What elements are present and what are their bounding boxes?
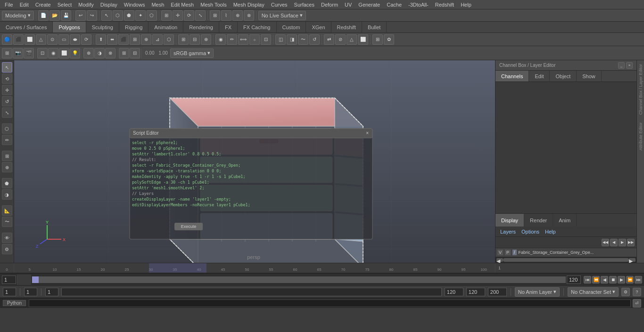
menu-select[interactable]: Select	[55, 1, 75, 8]
sphere-icon-btn[interactable]: 🔵	[2, 34, 12, 45]
scroll-thumb[interactable]	[503, 258, 629, 262]
gamma-dropdown[interactable]: sRGB gamma ▾	[170, 49, 214, 58]
triangulate-btn[interactable]: △	[347, 34, 357, 45]
tab-bullet[interactable]: Bullet	[362, 22, 387, 32]
timeline-input-field[interactable]	[61, 288, 442, 296]
tab-show[interactable]: Show	[577, 71, 602, 81]
tab-xgen[interactable]: XGen	[306, 22, 331, 32]
quadrangulate-btn[interactable]: ⬜	[358, 34, 368, 45]
menu-uv[interactable]: UV	[342, 1, 355, 8]
scale-btn[interactable]: ⤡	[195, 10, 206, 21]
field-1[interactable]: 1	[3, 288, 16, 296]
field-end[interactable]: 120	[445, 288, 463, 296]
move-tool-btn[interactable]: ✛	[2, 85, 12, 95]
sub-link-help[interactable]: Help	[543, 229, 558, 235]
show-manip-btn[interactable]: ⬟	[2, 178, 12, 188]
right-scrollbar[interactable]: ◀ ▶	[495, 257, 636, 263]
scale-tool-btn[interactable]: ⤡	[2, 107, 12, 118]
field-fps[interactable]: 200	[488, 288, 507, 296]
menu-modify[interactable]: Modify	[75, 1, 96, 8]
end-frame-field[interactable]: 120	[567, 275, 581, 284]
snap-btn[interactable]: ✦	[135, 10, 146, 21]
menu-display[interactable]: Display	[98, 1, 120, 8]
transform-btn[interactable]: ⊞	[161, 10, 172, 21]
tab-rendering[interactable]: Rendering	[183, 22, 219, 32]
transfer-btn[interactable]: ⇄	[324, 34, 334, 45]
duplicate-btn[interactable]: ⬡	[164, 34, 174, 45]
tab-render[interactable]: Render	[524, 214, 553, 227]
cone-icon-btn[interactable]: △	[36, 34, 46, 45]
rotate-tool-btn[interactable]: ↺	[2, 96, 12, 106]
tab-rigging[interactable]: Rigging	[119, 22, 149, 32]
soft-sel-btn[interactable]: ⊕	[2, 162, 12, 172]
python-mode-btn[interactable]: Python	[3, 300, 26, 306]
select-tool-btn[interactable]: ↖	[2, 62, 12, 73]
menu-cache[interactable]: Cache	[384, 1, 405, 8]
settings-btn-bottom[interactable]: ⚙	[621, 288, 630, 296]
char-set-dropdown[interactable]: No Character Set ▾	[568, 287, 619, 297]
cube-icon-btn[interactable]: ⬛	[13, 34, 24, 45]
field-3[interactable]: 1	[45, 288, 58, 296]
snap-surface-btn[interactable]: ⊗	[244, 10, 254, 21]
plane-icon-btn[interactable]: ▭	[58, 34, 69, 45]
boolean-btn[interactable]: ⊕	[201, 34, 211, 45]
menu-file[interactable]: File	[2, 1, 16, 8]
playback-range[interactable]	[32, 276, 566, 283]
menu-edit-mesh[interactable]: Edit Mesh	[168, 1, 197, 8]
bridge-btn[interactable]: ⬌	[107, 34, 117, 45]
live-surface-dropdown[interactable]: No Live Surface ▾	[258, 11, 306, 20]
sculpt-btn[interactable]: ✏	[227, 34, 237, 45]
menu-generate[interactable]: Generate	[355, 1, 383, 8]
anim-layer-dropdown[interactable]: No Anim Layer ▾	[515, 287, 560, 297]
layer-arrow-left-btn[interactable]: ◀◀	[602, 239, 609, 246]
cylinder-icon-btn[interactable]: ⬜	[25, 34, 35, 45]
help-btn-bottom[interactable]: ?	[633, 288, 641, 296]
paint-verts-btn[interactable]: ✿	[384, 34, 394, 45]
crease-tool-btn[interactable]: 〜	[2, 217, 12, 227]
mirror-btn[interactable]: ⟺	[238, 34, 248, 45]
play-back-btn[interactable]: ◀	[601, 276, 608, 283]
sub-link-options[interactable]: Options	[520, 229, 541, 235]
panel-close-btn[interactable]: ×	[626, 62, 633, 69]
snap-curve-btn[interactable]: ⌇	[221, 10, 231, 21]
menu-edit[interactable]: Edit	[17, 1, 32, 8]
menu-curves[interactable]: Curves	[268, 1, 290, 8]
view-toggle-btn[interactable]: ⊞	[2, 48, 12, 58]
lasso-tool-btn[interactable]: ⬡	[2, 123, 12, 134]
snap-point-btn[interactable]: ⊕	[232, 10, 243, 21]
hide-btn[interactable]: 👁	[2, 233, 12, 243]
cam2-btn[interactable]: 🎬	[24, 48, 34, 58]
undo-btn[interactable]: ↩	[75, 10, 86, 21]
shaded-btn[interactable]: ◉	[48, 48, 58, 58]
layer-arrow-right-btn[interactable]: ▶	[619, 239, 626, 246]
prev-frame-btn[interactable]: ⏪	[592, 276, 600, 283]
tab-custom[interactable]: Custom	[277, 22, 306, 32]
python-enter-btn[interactable]: ⏎	[633, 299, 641, 308]
torus-icon-btn[interactable]: ⊙	[47, 34, 58, 45]
wireframe-btn[interactable]: ⊡	[37, 48, 48, 58]
open-file-btn[interactable]: 📂	[50, 10, 60, 21]
crease-btn[interactable]: 〜	[298, 34, 308, 45]
grid-btn[interactable]: ⊞	[119, 48, 129, 58]
tab-fx[interactable]: FX	[219, 22, 238, 32]
tab-polygons[interactable]: Polygons	[53, 22, 86, 32]
python-input[interactable]	[29, 300, 631, 307]
spin-btn[interactable]: ↺	[309, 34, 320, 45]
tab-redshift[interactable]: Redshift	[331, 22, 362, 32]
textured-btn[interactable]: ⬜	[59, 48, 69, 58]
lights-btn[interactable]: 💡	[70, 48, 80, 58]
cleanup-btn[interactable]: ⊘	[335, 34, 346, 45]
separate-btn[interactable]: ⊟	[190, 34, 200, 45]
tab-sculpting[interactable]: Sculpting	[86, 22, 119, 32]
mode-dropdown[interactable]: Modeling ▾	[2, 11, 34, 20]
tab-curves-surfaces[interactable]: Curves / Surfaces	[0, 22, 53, 32]
menu-deform[interactable]: Deform	[318, 1, 341, 8]
disc-icon-btn[interactable]: ⬬	[70, 34, 80, 45]
extrude-btn[interactable]: ⬆	[96, 34, 106, 45]
snap-grid-btn[interactable]: ⊞	[210, 10, 220, 21]
wedge-btn[interactable]: ⊿	[152, 34, 163, 45]
combine-btn[interactable]: ⊞	[178, 34, 189, 45]
go-end-btn[interactable]: ⏭	[635, 276, 642, 283]
stop-btn[interactable]: ⏹	[609, 276, 617, 283]
rotate-btn[interactable]: ⟳	[184, 10, 194, 21]
